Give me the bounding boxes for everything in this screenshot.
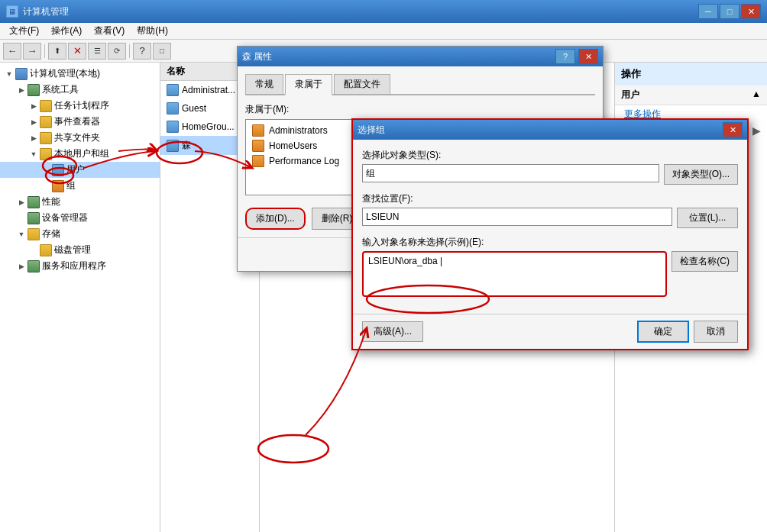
dialog-select-content: 选择此对象类型(S): 对象类型(O)... 查找位置(F): 位置(L)...… <box>353 140 747 314</box>
sidebar-label-perf: 性能 <box>42 195 60 208</box>
folder-icon-tasks <box>40 100 52 112</box>
forward-button[interactable]: → <box>23 43 41 60</box>
sidebar-item-storage[interactable]: ▼ 存储 <box>0 226 160 242</box>
menu-action[interactable]: 操作(A) <box>45 23 88 39</box>
sidebar-item-label-root: 计算机管理(本地) <box>30 67 100 80</box>
dialog-main-controls: ? ✕ <box>555 49 598 64</box>
sidebar-item-localusers[interactable]: ▼ 本地用户和组 <box>0 146 160 162</box>
menu-bar: 文件(F) 操作(A) 查看(V) 帮助(H) <box>0 23 767 40</box>
title-bar-left: 🖥 计算机管理 <box>6 5 69 18</box>
expand-users <box>40 164 52 176</box>
sidebar-item-root[interactable]: ▼ 计算机管理(本地) <box>0 66 160 82</box>
location-button[interactable]: 位置(L)... <box>677 208 738 228</box>
sidebar-label-tools: 系统工具 <box>42 83 79 96</box>
sidebar-label-shared: 共享文件夹 <box>54 131 100 144</box>
menu-help[interactable]: 帮助(H) <box>131 23 174 39</box>
advanced-button[interactable]: 高级(A)... <box>362 321 423 342</box>
sidebar-item-events[interactable]: ▶ 事件查看器 <box>0 114 160 130</box>
refresh-button[interactable]: ⟳ <box>108 43 126 60</box>
sidebar-label-groups: 组 <box>66 179 76 192</box>
sidebar-item-tools[interactable]: ▶ 系统工具 <box>0 82 160 98</box>
tab-memberof[interactable]: 隶属于 <box>285 74 332 95</box>
sidebar-item-tasks[interactable]: ▶ 任务计划程序 <box>0 98 160 114</box>
group-icon-perflog <box>252 155 264 167</box>
object-type-row: 选择此对象类型(S): 对象类型(O)... <box>362 149 738 185</box>
menu-file[interactable]: 文件(F) <box>3 23 45 39</box>
user-icon-guest <box>167 102 179 114</box>
tool-icon-perf <box>28 196 40 208</box>
location-input[interactable] <box>362 208 672 226</box>
sidebar-item-shared[interactable]: ▶ 共享文件夹 <box>0 130 160 146</box>
close-button[interactable]: ✕ <box>741 4 761 19</box>
dialog-select: 选择组 ✕ 选择此对象类型(S): 对象类型(O)... 查找位置(F): 位置… <box>351 118 749 350</box>
add-button[interactable]: 添加(D)... <box>245 208 306 230</box>
tab-general[interactable]: 常规 <box>245 74 283 94</box>
delete-button[interactable]: ✕ <box>68 43 86 60</box>
dialog-select-close[interactable]: ✕ <box>723 122 743 137</box>
sidebar-label-localusers: 本地用户和组 <box>54 147 109 160</box>
sidebar-item-disk[interactable]: 磁盘管理 <box>0 242 160 258</box>
actions-section-users[interactable]: 用户 ▲ <box>615 85 767 105</box>
properties-button[interactable]: ☰ <box>88 43 106 60</box>
dialog-main-title: 森 属性 <box>242 50 272 63</box>
maximize-button[interactable]: □ <box>720 4 739 19</box>
expand-disk <box>28 244 40 256</box>
tool-icon-devmgr <box>28 212 40 224</box>
folder-icon-disk <box>40 244 52 256</box>
tab-profile[interactable]: 配置文件 <box>334 74 390 94</box>
member-label-admins: Administrators <box>269 125 328 136</box>
sidebar-item-users[interactable]: 用户 <box>0 162 160 178</box>
sidebar-item-performance[interactable]: ▶ 性能 <box>0 194 160 210</box>
minimize-button[interactable]: ─ <box>698 4 718 19</box>
dialog-select-title: 选择组 <box>358 124 385 137</box>
group-icon-homeusers <box>252 140 264 152</box>
list-label-homegrou: HomeGrou... <box>182 121 235 132</box>
more-arrow-icon: ▶ <box>752 124 761 137</box>
select-cancel-button[interactable]: 取消 <box>694 321 738 343</box>
expand-services: ▶ <box>15 260 28 272</box>
expand-tasks: ▶ <box>28 100 40 112</box>
sidebar-item-services[interactable]: ▶ 服务和应用程序 <box>0 258 160 274</box>
toolbar-sep-1 <box>44 44 45 58</box>
dialog-main-help[interactable]: ? <box>555 49 575 64</box>
object-type-label: 选择此对象类型(S): <box>362 149 738 162</box>
actions-header: 操作 <box>615 63 767 85</box>
title-bar: 🖥 计算机管理 ─ □ ✕ <box>0 0 767 23</box>
expand-root: ▼ <box>3 68 15 80</box>
back-button[interactable]: ← <box>3 43 21 60</box>
group-icon-admins <box>252 124 264 137</box>
dialog-main-titlebar: 森 属性 ? ✕ <box>238 47 603 66</box>
folder-icon-events <box>40 116 52 128</box>
object-type-container <box>362 164 659 182</box>
dialog-main-close[interactable]: ✕ <box>578 49 598 64</box>
name-input-container: LSIEUN\ora_dba <box>362 251 667 297</box>
name-input-value: LSIEUN\ora_dba <box>368 256 438 266</box>
toolbar-extra[interactable]: □ <box>153 43 171 60</box>
object-type-input[interactable] <box>362 164 659 182</box>
tool-icon-services <box>28 260 40 272</box>
member-label-perflog: Performance Log <box>269 156 339 166</box>
user-icon-users <box>52 164 64 176</box>
list-label-guest: Guest <box>182 103 206 114</box>
app-title: 计算机管理 <box>23 5 69 18</box>
help-button[interactable]: ? <box>133 43 151 60</box>
app-icon: 🖥 <box>6 5 18 18</box>
check-name-button[interactable]: 检查名称(C) <box>672 251 738 272</box>
expand-shared: ▶ <box>28 132 40 144</box>
sidebar-item-devmgr[interactable]: 设备管理器 <box>0 210 160 226</box>
tab-bar: 常规 隶属于 配置文件 <box>245 74 595 95</box>
object-type-button[interactable]: 对象类型(O)... <box>664 164 738 185</box>
name-input-label: 输入对象名称来选择(示例)(E): <box>362 236 738 249</box>
location-label: 查找位置(F): <box>362 192 738 205</box>
menu-view[interactable]: 查看(V) <box>88 23 131 39</box>
member-label-homeusers: HomeUsers <box>269 140 317 151</box>
up-button[interactable]: ⬆ <box>48 43 66 60</box>
expand-localusers: ▼ <box>28 148 40 160</box>
name-input-row-with-btn: LSIEUN\ora_dba 检查名称(C) <box>362 251 738 297</box>
sidebar-label-devmgr: 设备管理器 <box>42 211 88 224</box>
expand-devmgr <box>15 212 28 224</box>
dialog-select-bottom: 高级(A)... 确定 取消 <box>353 314 747 349</box>
sidebar-item-groups[interactable]: 组 <box>0 178 160 194</box>
select-ok-button[interactable]: 确定 <box>637 321 689 343</box>
name-input-area[interactable]: LSIEUN\ora_dba <box>362 251 667 297</box>
